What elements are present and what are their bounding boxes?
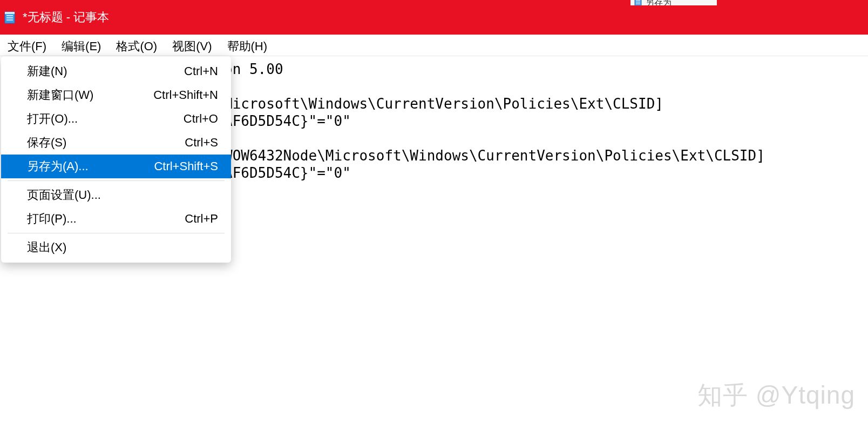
menu-format[interactable]: 格式(O) (109, 36, 165, 57)
titlebar[interactable]: *无标题 - 记事本 (0, 0, 868, 35)
notepad-icon-small (634, 0, 642, 5)
background-window-fragment: 另存为 (630, 0, 717, 5)
menu-item-label: 保存(S) (27, 135, 66, 151)
menu-item-label: 新建(N) (27, 63, 67, 79)
menu-item-print[interactable]: 打印(P)... Ctrl+P (1, 207, 231, 231)
menu-item-label: 页面设置(U)... (27, 187, 101, 203)
menu-item-label: 打开(O)... (27, 111, 78, 127)
menu-help[interactable]: 帮助(H) (220, 36, 275, 57)
window-title: *无标题 - 记事本 (23, 9, 109, 25)
menu-item-label: 打印(P)... (27, 211, 77, 227)
menu-separator (8, 180, 225, 181)
menu-edit[interactable]: 编辑(E) (54, 36, 109, 57)
menu-item-label: 另存为(A)... (27, 158, 89, 175)
menu-item-new-window[interactable]: 新建窗口(W) Ctrl+Shift+N (1, 83, 231, 107)
menu-item-exit[interactable]: 退出(X) (1, 236, 231, 259)
menu-item-page-setup[interactable]: 页面设置(U)... (1, 183, 231, 207)
menu-item-label: 新建窗口(W) (27, 87, 93, 103)
menu-file[interactable]: 文件(F) (0, 36, 54, 57)
notepad-icon (3, 10, 16, 25)
menu-item-shortcut: Ctrl+Shift+S (154, 159, 218, 173)
menu-item-shortcut: Ctrl+S (185, 136, 218, 150)
menu-item-shortcut: Ctrl+Shift+N (153, 88, 218, 102)
svg-rect-5 (5, 12, 15, 14)
menu-view[interactable]: 视图(V) (165, 36, 219, 57)
menu-item-shortcut: Ctrl+N (184, 64, 218, 78)
file-menu-dropdown: 新建(N) Ctrl+N 新建窗口(W) Ctrl+Shift+N 打开(O).… (1, 56, 231, 263)
menu-separator (8, 233, 225, 233)
menu-item-label: 退出(X) (27, 239, 66, 256)
menu-item-shortcut: Ctrl+O (184, 112, 218, 126)
menu-item-open[interactable]: 打开(O)... Ctrl+O (1, 107, 231, 131)
menu-item-save[interactable]: 保存(S) Ctrl+S (1, 131, 231, 155)
menubar: 文件(F) 编辑(E) 格式(O) 视图(V) 帮助(H) (0, 35, 868, 56)
menu-item-new[interactable]: 新建(N) Ctrl+N (1, 59, 231, 83)
background-window-label: 另存为 (646, 0, 672, 5)
watermark: 知乎 @Ytqing (697, 379, 855, 412)
menu-item-save-as[interactable]: 另存为(A)... Ctrl+Shift+S (1, 155, 231, 178)
menu-item-shortcut: Ctrl+P (185, 212, 218, 226)
